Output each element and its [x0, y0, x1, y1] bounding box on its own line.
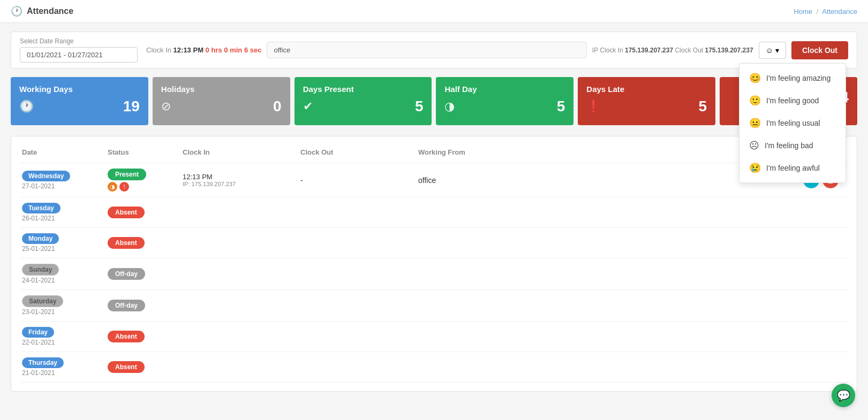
table-cell-date: Saturday 23-01-2021	[22, 295, 108, 316]
breadcrumb-separator: /	[817, 7, 819, 16]
stat-card-value: 5	[699, 98, 707, 115]
table-cell-date: Thursday 21-01-2021	[22, 357, 108, 377]
status-badge: Absent	[108, 237, 145, 249]
stat-card-title: Half Day	[444, 85, 565, 94]
mood-option-icon: 🙂	[749, 95, 761, 106]
table-cell-date: Tuesday 26-01-2021	[22, 203, 108, 222]
stat-card-title: Working Days	[19, 85, 140, 94]
stat-card-title: Days Late	[586, 85, 707, 94]
mood-option[interactable]: 😊I'm feeling amazing	[739, 67, 846, 89]
day-badge: Tuesday	[22, 203, 61, 213]
table-row: Thursday 21-01-2021 Absent	[20, 352, 848, 383]
status-badge: Absent	[108, 361, 145, 373]
stats-row: Working Days 🕐 19 Holidays ⊘ 0 Days Pres…	[11, 77, 857, 125]
date-range-input[interactable]	[20, 47, 138, 63]
stat-card-value: 0	[273, 98, 282, 115]
stat-card-half-day: Half Day ◑ 5	[436, 77, 573, 125]
date-sub: 25-01-2021	[22, 245, 108, 253]
day-badge: Wednesday	[22, 171, 70, 181]
mood-option-label: I'm feeling awful	[766, 164, 820, 172]
clock-in-ip: IP: 175.139.207.237	[183, 181, 300, 187]
date-sub: 23-01-2021	[22, 308, 108, 316]
table-column-header: Clock In	[183, 148, 300, 156]
date-sub: 22-01-2021	[22, 339, 108, 346]
date-sub: 27-01-2021	[22, 182, 108, 190]
status-badge: Off-day	[108, 300, 145, 311]
mood-option-label: I'm feeling usual	[766, 119, 820, 127]
clock-out-button[interactable]: Clock Out	[791, 41, 848, 59]
breadcrumb-home[interactable]: Home	[794, 7, 812, 16]
mood-option[interactable]: 😐I'm feeling usual	[739, 112, 846, 134]
table-cell-status: Off-day	[108, 268, 183, 280]
stat-card-bottom: 🕐 19	[19, 98, 140, 115]
table-cell-status: Absent	[108, 207, 183, 218]
table-cell-date: Monday 25-01-2021	[22, 233, 108, 253]
table-column-header: Date	[22, 148, 108, 156]
date-range-section: Select Date Range	[20, 37, 138, 63]
table-cell-status: Absent	[108, 361, 183, 373]
clock-in-value: 12:13 PM	[173, 46, 203, 54]
clock-out-ip-label: Clock Out	[675, 47, 703, 54]
stat-card-icon: ✔	[303, 100, 313, 113]
mood-option-icon: 😢	[749, 162, 761, 174]
date-sub: 26-01-2021	[22, 215, 108, 222]
table-cell-clock-in: 12:13 PM IP: 175.139.207.237	[183, 173, 300, 187]
table-body: Wednesday 27-01-2021 Present ◑ ! 12:13 P…	[20, 163, 848, 383]
day-badge: Friday	[22, 327, 54, 338]
stat-card-holidays: Holidays ⊘ 0	[153, 77, 290, 125]
mood-dropdown-arrow: ▾	[775, 46, 779, 55]
table-row: Sunday 24-01-2021 Off-day	[20, 258, 848, 290]
stat-card-title: Days Present	[303, 85, 424, 94]
day-badge: Monday	[22, 233, 59, 244]
clock-bar: Select Date Range Clock In 12:13 PM 0 hr…	[11, 32, 857, 68]
date-sub: 21-01-2021	[22, 369, 108, 377]
status-icons: ◑ !	[108, 182, 183, 192]
date-range-label: Select Date Range	[20, 37, 138, 45]
status-badge: Absent	[108, 331, 145, 342]
stat-card-bottom: ◑ 5	[444, 98, 565, 115]
stat-card-value: 5	[415, 98, 424, 115]
day-badge: Sunday	[22, 264, 59, 276]
mood-option-label: I'm feeling good	[766, 96, 819, 105]
clock-out-ip-val: 175.139.207.237	[705, 47, 753, 54]
clock-icon: 🕐	[11, 5, 22, 17]
stat-card-value: 19	[123, 98, 140, 115]
stat-card-days-present: Days Present ✔ 5	[295, 77, 432, 125]
clock-info-section: Clock In 12:13 PM 0 hrs 0 min 6 sec IP C…	[146, 41, 848, 59]
table-row: Friday 22-01-2021 Absent	[20, 322, 848, 352]
mood-option[interactable]: 😢I'm feeling awful	[739, 157, 846, 179]
mood-option[interactable]: ☹I'm feeling bad	[739, 134, 846, 157]
mood-option[interactable]: 🙂I'm feeling good	[739, 89, 846, 112]
stat-card-icon: ⊘	[161, 100, 171, 113]
stat-card-value: 5	[557, 98, 565, 115]
clock-in-val: 12:13 PM	[183, 173, 300, 181]
table-section: DateStatusClock InClock OutWorking From …	[11, 136, 857, 392]
clock-in-hrs: 0 hrs	[206, 46, 222, 54]
clock-in-time: Clock In 12:13 PM 0 hrs 0 min 6 sec	[146, 46, 261, 54]
table-cell-clock-out: -	[300, 176, 418, 185]
stat-card-bottom: ⊘ 0	[161, 98, 282, 115]
mood-option-icon: 😐	[749, 117, 761, 129]
table-column-header: Status	[108, 148, 183, 156]
table-cell-date: Sunday 24-01-2021	[22, 264, 108, 284]
table-row: Wednesday 27-01-2021 Present ◑ ! 12:13 P…	[20, 163, 848, 197]
status-badge: Present	[108, 169, 146, 180]
status-badge: Absent	[108, 207, 145, 218]
mood-option-label: I'm feeling amazing	[766, 74, 831, 82]
location-input[interactable]	[267, 42, 586, 58]
date-sub: 24-01-2021	[22, 277, 108, 284]
day-badge: Saturday	[22, 295, 63, 307]
table-cell-status: Present ◑ !	[108, 169, 183, 192]
mood-icon: ☺	[766, 46, 773, 55]
table-cell-status: Off-day	[108, 300, 183, 311]
main-content: Select Date Range Clock In 12:13 PM 0 hr…	[0, 23, 868, 400]
clock-in-sec: 6 sec	[244, 46, 262, 54]
table-cell-date: Wednesday 27-01-2021	[22, 171, 108, 190]
ip-clock-in-val: 175.139.207.237	[625, 47, 673, 54]
status-badge: Off-day	[108, 268, 145, 280]
stat-card-icon: 🕐	[19, 100, 34, 113]
mood-dropdown-button[interactable]: ☺ ▾	[759, 42, 786, 59]
half-day-icon: ◑	[108, 182, 117, 192]
mood-option-label: I'm feeling bad	[765, 141, 813, 150]
table-header-row: DateStatusClock InClock OutWorking From	[20, 145, 848, 163]
